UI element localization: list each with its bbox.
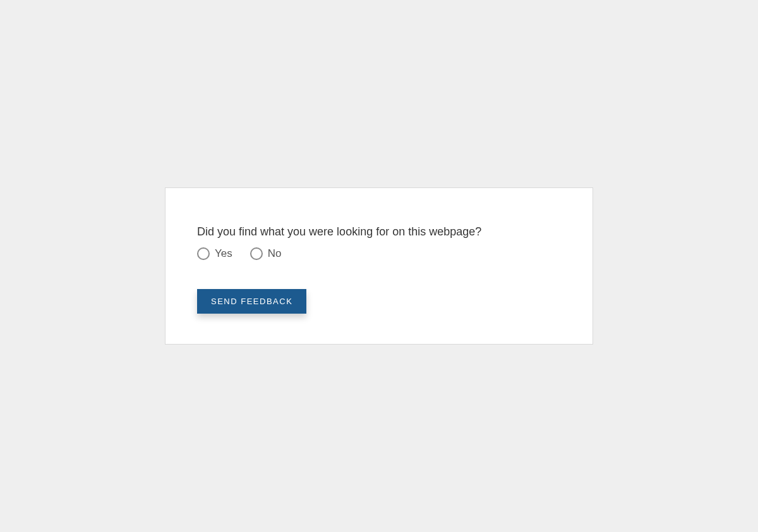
- radio-label-no: No: [268, 247, 282, 260]
- options-row: Yes No: [197, 247, 561, 260]
- send-feedback-button[interactable]: SEND FEEDBACK: [197, 289, 306, 314]
- radio-icon: [197, 247, 210, 260]
- radio-icon: [250, 247, 263, 260]
- radio-label-yes: Yes: [215, 247, 232, 260]
- feedback-question: Did you find what you were looking for o…: [197, 225, 561, 239]
- radio-option-no[interactable]: No: [250, 247, 282, 260]
- feedback-card: Did you find what you were looking for o…: [165, 187, 593, 345]
- radio-option-yes[interactable]: Yes: [197, 247, 232, 260]
